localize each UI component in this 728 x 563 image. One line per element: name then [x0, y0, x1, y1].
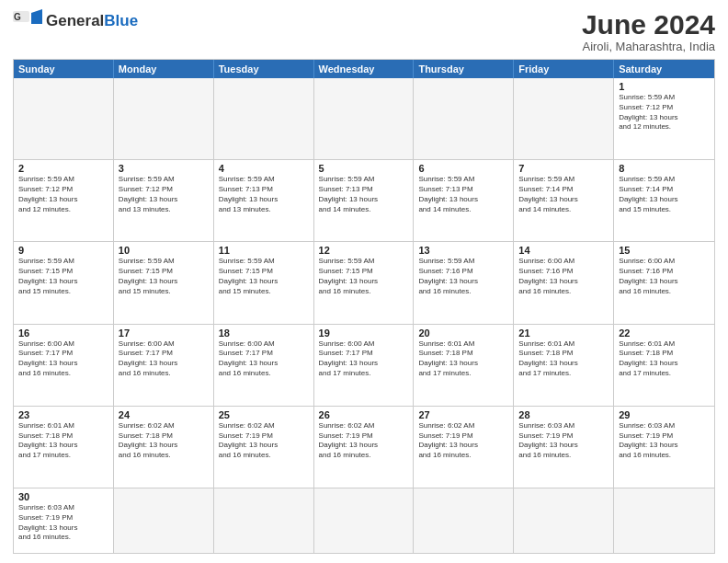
day-number: 22: [619, 327, 710, 339]
day-info: Sunrise: 6:00 AM Sunset: 7:17 PM Dayligh…: [319, 339, 409, 379]
weekday-header-tuesday: Tuesday: [214, 60, 314, 78]
day-info: Sunrise: 5:59 AM Sunset: 7:15 PM Dayligh…: [18, 257, 108, 296]
day-info: Sunrise: 5:59 AM Sunset: 7:12 PM Dayligh…: [619, 93, 710, 132]
calendar-day-15: 15Sunrise: 6:00 AM Sunset: 7:16 PM Dayli…: [614, 242, 714, 323]
day-number: 26: [319, 409, 409, 420]
calendar-day-3: 3Sunrise: 5:59 AM Sunset: 7:12 PM Daylig…: [114, 160, 214, 241]
day-number: 17: [119, 327, 209, 339]
page: G GeneralBlue June 2024 Airoli, Maharash…: [0, 0, 728, 563]
day-info: Sunrise: 5:59 AM Sunset: 7:15 PM Dayligh…: [219, 257, 309, 296]
day-info: Sunrise: 5:59 AM Sunset: 7:14 PM Dayligh…: [619, 175, 710, 214]
day-number: 12: [319, 245, 409, 256]
day-info: Sunrise: 6:00 AM Sunset: 7:17 PM Dayligh…: [219, 339, 309, 379]
day-info: Sunrise: 6:01 AM Sunset: 7:18 PM Dayligh…: [619, 339, 710, 379]
day-info: Sunrise: 5:59 AM Sunset: 7:15 PM Dayligh…: [319, 257, 409, 296]
calendar: SundayMondayTuesdayWednesdayThursdayFrid…: [13, 59, 715, 554]
calendar-empty-cell: [114, 78, 214, 159]
day-number: 7: [518, 163, 609, 174]
day-info: Sunrise: 6:00 AM Sunset: 7:17 PM Dayligh…: [119, 339, 209, 379]
calendar-day-26: 26Sunrise: 6:02 AM Sunset: 7:19 PM Dayli…: [314, 407, 415, 488]
calendar-row-2: 9Sunrise: 5:59 AM Sunset: 7:15 PM Daylig…: [14, 242, 714, 324]
calendar-day-4: 4Sunrise: 5:59 AM Sunset: 7:13 PM Daylig…: [214, 160, 314, 241]
day-number: 16: [18, 327, 108, 339]
day-number: 2: [18, 163, 108, 174]
calendar-empty-cell: [314, 488, 415, 553]
calendar-day-29: 29Sunrise: 6:03 AM Sunset: 7:19 PM Dayli…: [614, 407, 714, 488]
calendar-day-13: 13Sunrise: 5:59 AM Sunset: 7:16 PM Dayli…: [414, 242, 514, 323]
day-number: 10: [119, 245, 209, 256]
calendar-day-30: 30Sunrise: 6:03 AM Sunset: 7:19 PM Dayli…: [14, 488, 114, 553]
calendar-day-10: 10Sunrise: 5:59 AM Sunset: 7:15 PM Dayli…: [114, 242, 214, 323]
calendar-day-21: 21Sunrise: 6:01 AM Sunset: 7:18 PM Dayli…: [514, 325, 614, 406]
day-info: Sunrise: 5:59 AM Sunset: 7:13 PM Dayligh…: [319, 175, 409, 214]
calendar-day-14: 14Sunrise: 6:00 AM Sunset: 7:16 PM Dayli…: [514, 242, 614, 323]
calendar-row-0: 1Sunrise: 5:59 AM Sunset: 7:12 PM Daylig…: [14, 78, 714, 160]
calendar-day-16: 16Sunrise: 6:00 AM Sunset: 7:17 PM Dayli…: [14, 325, 114, 406]
calendar-header: SundayMondayTuesdayWednesdayThursdayFrid…: [14, 60, 714, 78]
day-info: Sunrise: 6:03 AM Sunset: 7:19 PM Dayligh…: [18, 503, 108, 543]
day-info: Sunrise: 5:59 AM Sunset: 7:14 PM Dayligh…: [518, 175, 609, 214]
day-number: 8: [619, 163, 710, 174]
calendar-empty-cell: [214, 78, 314, 159]
calendar-day-5: 5Sunrise: 5:59 AM Sunset: 7:13 PM Daylig…: [314, 160, 415, 241]
calendar-day-1: 1Sunrise: 5:59 AM Sunset: 7:12 PM Daylig…: [614, 78, 714, 159]
day-info: Sunrise: 6:02 AM Sunset: 7:19 PM Dayligh…: [219, 421, 309, 461]
calendar-day-2: 2Sunrise: 5:59 AM Sunset: 7:12 PM Daylig…: [14, 160, 114, 241]
calendar-row-4: 23Sunrise: 6:01 AM Sunset: 7:18 PM Dayli…: [14, 407, 714, 488]
day-number: 14: [518, 245, 609, 256]
calendar-day-8: 8Sunrise: 5:59 AM Sunset: 7:14 PM Daylig…: [614, 160, 714, 241]
day-info: Sunrise: 6:01 AM Sunset: 7:18 PM Dayligh…: [418, 339, 508, 379]
weekday-header-saturday: Saturday: [614, 60, 714, 78]
calendar-empty-cell: [414, 78, 514, 159]
day-info: Sunrise: 5:59 AM Sunset: 7:13 PM Dayligh…: [219, 175, 309, 214]
day-number: 15: [619, 245, 710, 256]
day-info: Sunrise: 6:00 AM Sunset: 7:16 PM Dayligh…: [518, 257, 609, 296]
location-subtitle: Airoli, Maharashtra, India: [582, 40, 715, 53]
weekday-header-wednesday: Wednesday: [314, 60, 415, 78]
day-info: Sunrise: 6:03 AM Sunset: 7:19 PM Dayligh…: [619, 421, 710, 461]
logo-svg: G: [13, 9, 42, 33]
weekday-header-friday: Friday: [514, 60, 614, 78]
day-number: 4: [219, 163, 309, 174]
day-number: 13: [418, 245, 508, 256]
calendar-empty-cell: [314, 78, 415, 159]
day-info: Sunrise: 6:02 AM Sunset: 7:18 PM Dayligh…: [119, 421, 209, 461]
calendar-day-20: 20Sunrise: 6:01 AM Sunset: 7:18 PM Dayli…: [414, 325, 514, 406]
calendar-day-6: 6Sunrise: 5:59 AM Sunset: 7:13 PM Daylig…: [414, 160, 514, 241]
weekday-header-thursday: Thursday: [414, 60, 514, 78]
svg-text:G: G: [14, 12, 21, 22]
calendar-empty-cell: [114, 488, 214, 553]
calendar-body: 1Sunrise: 5:59 AM Sunset: 7:12 PM Daylig…: [14, 78, 714, 553]
month-title: June 2024: [582, 9, 715, 40]
day-info: Sunrise: 5:59 AM Sunset: 7:12 PM Dayligh…: [18, 175, 108, 214]
logo-blue: Blue: [104, 12, 138, 29]
calendar-empty-cell: [514, 78, 614, 159]
weekday-header-sunday: Sunday: [14, 60, 114, 78]
calendar-day-19: 19Sunrise: 6:00 AM Sunset: 7:17 PM Dayli…: [314, 325, 415, 406]
day-number: 29: [619, 409, 710, 420]
day-info: Sunrise: 6:00 AM Sunset: 7:17 PM Dayligh…: [18, 339, 108, 379]
day-info: Sunrise: 6:03 AM Sunset: 7:19 PM Dayligh…: [518, 421, 609, 461]
calendar-day-23: 23Sunrise: 6:01 AM Sunset: 7:18 PM Dayli…: [14, 407, 114, 488]
calendar-day-12: 12Sunrise: 5:59 AM Sunset: 7:15 PM Dayli…: [314, 242, 415, 323]
day-number: 9: [18, 245, 108, 256]
day-number: 18: [219, 327, 309, 339]
day-number: 1: [619, 81, 710, 92]
day-info: Sunrise: 6:01 AM Sunset: 7:18 PM Dayligh…: [518, 339, 609, 379]
day-number: 30: [18, 491, 108, 502]
calendar-day-25: 25Sunrise: 6:02 AM Sunset: 7:19 PM Dayli…: [214, 407, 314, 488]
day-number: 23: [18, 409, 108, 420]
calendar-row-5: 30Sunrise: 6:03 AM Sunset: 7:19 PM Dayli…: [14, 488, 714, 553]
day-number: 11: [219, 245, 309, 256]
day-info: Sunrise: 5:59 AM Sunset: 7:15 PM Dayligh…: [119, 257, 209, 296]
day-number: 24: [119, 409, 209, 420]
calendar-day-22: 22Sunrise: 6:01 AM Sunset: 7:18 PM Dayli…: [614, 325, 714, 406]
calendar-day-24: 24Sunrise: 6:02 AM Sunset: 7:18 PM Dayli…: [114, 407, 214, 488]
header: G GeneralBlue June 2024 Airoli, Maharash…: [13, 9, 715, 53]
calendar-empty-cell: [414, 488, 514, 553]
day-number: 5: [319, 163, 409, 174]
day-number: 20: [418, 327, 508, 339]
calendar-day-17: 17Sunrise: 6:00 AM Sunset: 7:17 PM Dayli…: [114, 325, 214, 406]
day-number: 21: [518, 327, 609, 339]
calendar-day-27: 27Sunrise: 6:02 AM Sunset: 7:19 PM Dayli…: [414, 407, 514, 488]
